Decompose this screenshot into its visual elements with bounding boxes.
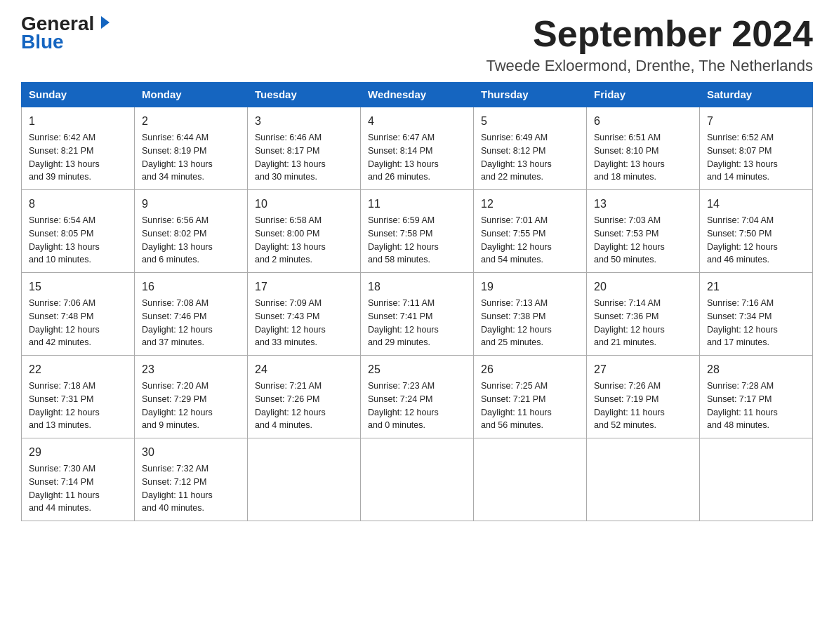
calendar-week-row: 1Sunrise: 6:42 AM Sunset: 8:21 PM Daylig… — [22, 107, 813, 190]
calendar-cell: 30Sunrise: 7:32 AM Sunset: 7:12 PM Dayli… — [135, 438, 248, 521]
col-header-friday: Friday — [587, 83, 700, 107]
calendar-cell: 15Sunrise: 7:06 AM Sunset: 7:48 PM Dayli… — [22, 273, 135, 356]
calendar-cell: 12Sunrise: 7:01 AM Sunset: 7:55 PM Dayli… — [474, 190, 587, 273]
day-info: Sunrise: 7:23 AM Sunset: 7:24 PM Dayligh… — [368, 380, 466, 432]
day-info: Sunrise: 6:51 AM Sunset: 8:10 PM Dayligh… — [594, 131, 692, 184]
day-info: Sunrise: 7:04 AM Sunset: 7:50 PM Dayligh… — [707, 214, 805, 267]
calendar-cell: 3Sunrise: 6:46 AM Sunset: 8:17 PM Daylig… — [248, 107, 361, 190]
day-number: 6 — [594, 113, 692, 130]
day-number: 1 — [29, 113, 127, 130]
day-number: 17 — [255, 279, 353, 295]
calendar-cell — [700, 438, 813, 521]
day-number: 27 — [594, 361, 692, 378]
calendar-cell: 22Sunrise: 7:18 AM Sunset: 7:31 PM Dayli… — [22, 356, 135, 438]
day-number: 28 — [707, 361, 805, 378]
calendar-cell: 4Sunrise: 6:47 AM Sunset: 8:14 PM Daylig… — [361, 107, 474, 190]
day-number: 7 — [707, 113, 805, 130]
day-number: 5 — [481, 113, 579, 130]
calendar-week-row: 29Sunrise: 7:30 AM Sunset: 7:14 PM Dayli… — [22, 438, 813, 521]
day-info: Sunrise: 7:21 AM Sunset: 7:26 PM Dayligh… — [255, 380, 353, 432]
day-info: Sunrise: 7:16 AM Sunset: 7:34 PM Dayligh… — [707, 297, 805, 349]
calendar-cell: 27Sunrise: 7:26 AM Sunset: 7:19 PM Dayli… — [587, 356, 700, 438]
logo-chevron-icon — [95, 15, 111, 30]
day-number: 15 — [29, 279, 127, 295]
day-info: Sunrise: 6:46 AM Sunset: 8:17 PM Dayligh… — [255, 131, 353, 184]
day-info: Sunrise: 6:42 AM Sunset: 8:21 PM Dayligh… — [29, 131, 127, 184]
calendar-cell: 23Sunrise: 7:20 AM Sunset: 7:29 PM Dayli… — [135, 356, 248, 438]
calendar-cell: 5Sunrise: 6:49 AM Sunset: 8:12 PM Daylig… — [474, 107, 587, 190]
day-info: Sunrise: 7:06 AM Sunset: 7:48 PM Dayligh… — [29, 297, 127, 349]
calendar-cell: 10Sunrise: 6:58 AM Sunset: 8:00 PM Dayli… — [248, 190, 361, 273]
day-info: Sunrise: 7:25 AM Sunset: 7:21 PM Dayligh… — [481, 380, 579, 432]
calendar-cell: 21Sunrise: 7:16 AM Sunset: 7:34 PM Dayli… — [700, 273, 813, 356]
day-info: Sunrise: 6:52 AM Sunset: 8:07 PM Dayligh… — [707, 131, 805, 184]
calendar-cell: 26Sunrise: 7:25 AM Sunset: 7:21 PM Dayli… — [474, 356, 587, 438]
day-info: Sunrise: 6:44 AM Sunset: 8:19 PM Dayligh… — [142, 131, 240, 184]
day-info: Sunrise: 6:49 AM Sunset: 8:12 PM Dayligh… — [481, 131, 579, 184]
day-number: 30 — [142, 444, 240, 461]
day-number: 29 — [29, 444, 127, 461]
title-section: September 2024 Tweede Exloermond, Drenth… — [486, 14, 813, 75]
day-info: Sunrise: 7:18 AM Sunset: 7:31 PM Dayligh… — [29, 380, 127, 432]
calendar-week-row: 8Sunrise: 6:54 AM Sunset: 8:05 PM Daylig… — [22, 190, 813, 273]
calendar-cell: 2Sunrise: 6:44 AM Sunset: 8:19 PM Daylig… — [135, 107, 248, 190]
day-info: Sunrise: 7:13 AM Sunset: 7:38 PM Dayligh… — [481, 297, 579, 349]
day-number: 18 — [368, 279, 466, 295]
col-header-sunday: Sunday — [22, 83, 135, 107]
day-number: 12 — [481, 196, 579, 213]
calendar-cell: 11Sunrise: 6:59 AM Sunset: 7:58 PM Dayli… — [361, 190, 474, 273]
page-header: General Blue September 2024 Tweede Exloe… — [21, 14, 813, 75]
day-number: 26 — [481, 361, 579, 378]
calendar-cell: 13Sunrise: 7:03 AM Sunset: 7:53 PM Dayli… — [587, 190, 700, 273]
day-info: Sunrise: 7:08 AM Sunset: 7:46 PM Dayligh… — [142, 297, 240, 349]
day-info: Sunrise: 7:32 AM Sunset: 7:12 PM Dayligh… — [142, 462, 240, 515]
day-number: 14 — [707, 196, 805, 213]
day-number: 4 — [368, 113, 466, 130]
calendar-cell: 18Sunrise: 7:11 AM Sunset: 7:41 PM Dayli… — [361, 273, 474, 356]
col-header-thursday: Thursday — [474, 83, 587, 107]
day-info: Sunrise: 7:01 AM Sunset: 7:55 PM Dayligh… — [481, 214, 579, 267]
day-info: Sunrise: 7:20 AM Sunset: 7:29 PM Dayligh… — [142, 380, 240, 432]
calendar-cell: 17Sunrise: 7:09 AM Sunset: 7:43 PM Dayli… — [248, 273, 361, 356]
day-number: 3 — [255, 113, 353, 130]
day-info: Sunrise: 7:03 AM Sunset: 7:53 PM Dayligh… — [594, 214, 692, 267]
calendar-table: SundayMondayTuesdayWednesdayThursdayFrid… — [21, 82, 813, 521]
day-number: 22 — [29, 361, 127, 378]
calendar-cell — [474, 438, 587, 521]
calendar-cell — [248, 438, 361, 521]
day-info: Sunrise: 7:14 AM Sunset: 7:36 PM Dayligh… — [594, 297, 692, 349]
col-header-wednesday: Wednesday — [361, 83, 474, 107]
calendar-cell: 6Sunrise: 6:51 AM Sunset: 8:10 PM Daylig… — [587, 107, 700, 190]
day-number: 25 — [368, 361, 466, 378]
day-number: 2 — [142, 113, 240, 130]
day-number: 8 — [29, 196, 127, 213]
calendar-cell — [361, 438, 474, 521]
calendar-cell: 25Sunrise: 7:23 AM Sunset: 7:24 PM Dayli… — [361, 356, 474, 438]
day-number: 10 — [255, 196, 353, 213]
calendar-week-row: 15Sunrise: 7:06 AM Sunset: 7:48 PM Dayli… — [22, 273, 813, 356]
col-header-tuesday: Tuesday — [248, 83, 361, 107]
calendar-cell — [587, 438, 700, 521]
calendar-cell: 1Sunrise: 6:42 AM Sunset: 8:21 PM Daylig… — [22, 107, 135, 190]
day-info: Sunrise: 6:56 AM Sunset: 8:02 PM Dayligh… — [142, 214, 240, 267]
day-info: Sunrise: 7:26 AM Sunset: 7:19 PM Dayligh… — [594, 380, 692, 432]
day-info: Sunrise: 7:11 AM Sunset: 7:41 PM Dayligh… — [368, 297, 466, 349]
day-number: 11 — [368, 196, 466, 213]
calendar-cell: 19Sunrise: 7:13 AM Sunset: 7:38 PM Dayli… — [474, 273, 587, 356]
day-number: 9 — [142, 196, 240, 213]
col-header-monday: Monday — [135, 83, 248, 107]
location-subtitle: Tweede Exloermond, Drenthe, The Netherla… — [486, 57, 813, 75]
logo: General Blue — [21, 14, 111, 52]
day-info: Sunrise: 7:30 AM Sunset: 7:14 PM Dayligh… — [29, 462, 127, 515]
day-number: 24 — [255, 361, 353, 378]
logo-image: General Blue — [21, 14, 111, 52]
svg-marker-0 — [101, 16, 110, 29]
day-number: 16 — [142, 279, 240, 295]
calendar-cell: 16Sunrise: 7:08 AM Sunset: 7:46 PM Dayli… — [135, 273, 248, 356]
day-number: 20 — [594, 279, 692, 295]
calendar-cell: 7Sunrise: 6:52 AM Sunset: 8:07 PM Daylig… — [700, 107, 813, 190]
day-info: Sunrise: 6:59 AM Sunset: 7:58 PM Dayligh… — [368, 214, 466, 267]
calendar-week-row: 22Sunrise: 7:18 AM Sunset: 7:31 PM Dayli… — [22, 356, 813, 438]
day-number: 23 — [142, 361, 240, 378]
calendar-cell: 8Sunrise: 6:54 AM Sunset: 8:05 PM Daylig… — [22, 190, 135, 273]
